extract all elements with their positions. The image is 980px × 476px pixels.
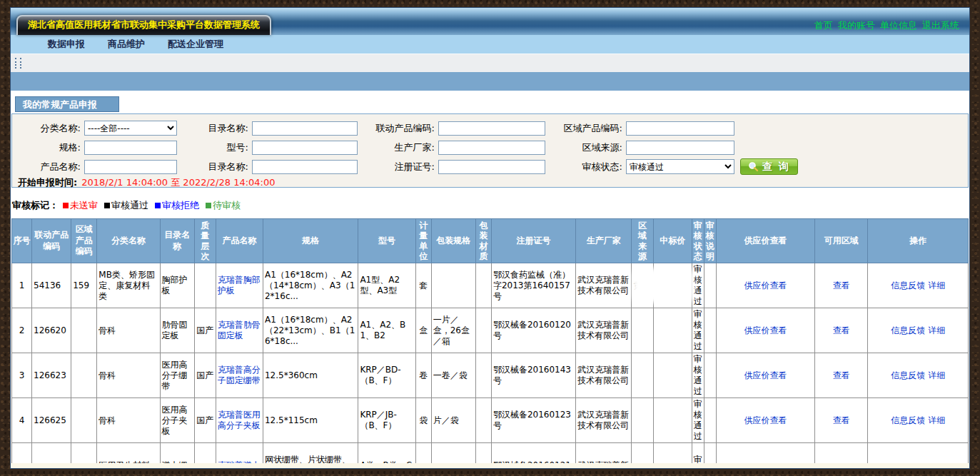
- cell-audit_status: 审核通过: [692, 308, 704, 353]
- page-background: 湖北省高值医用耗材省市联动集中采购平台数据管理系统 首页我的账号单位信息退出系统…: [0, 0, 980, 476]
- filter-input[interactable]: [252, 160, 358, 174]
- cell-link_code: 126620: [32, 308, 71, 353]
- link-supply_price[interactable]: 供应价查看: [744, 415, 787, 425]
- col-header-quality: 质量层次: [194, 219, 216, 263]
- top-link-0[interactable]: 首页: [814, 20, 833, 31]
- col-header-seq: 序号: [12, 219, 32, 263]
- cell-spec: A1（16*18cm）、A2（22*13cm）、B1（16*18c...: [263, 308, 358, 353]
- op-link-0[interactable]: 信息反馈: [891, 415, 925, 425]
- link-product[interactable]: 克瑞普胸部护板: [218, 275, 261, 295]
- toolbar-strip: [11, 54, 969, 72]
- cell-seq: 1: [12, 263, 32, 308]
- cell-quality: [194, 263, 216, 308]
- cell-available_region: 查看: [815, 263, 868, 308]
- op-link-1[interactable]: 详细: [928, 280, 945, 290]
- op-link-1[interactable]: 详细: [928, 415, 945, 425]
- cell-model: KRP／BD-（B、F）: [358, 353, 415, 398]
- col-header-available_region: 可用区域: [815, 219, 868, 263]
- filter-label: 规格:: [12, 141, 84, 154]
- filter-input[interactable]: [626, 121, 734, 136]
- collapse-grip-icon[interactable]: [15, 58, 21, 69]
- cell-pack_material: [475, 263, 491, 308]
- op-link-1[interactable]: 详细: [928, 325, 945, 335]
- legend-square-icon: [206, 203, 211, 208]
- filter-label: 目录名称:: [177, 122, 252, 135]
- filter-row-1: 规格:型号:生产厂家:区域来源:: [12, 138, 968, 157]
- link-available_region[interactable]: 查看: [833, 370, 850, 380]
- legend-item-text: 未送审: [70, 199, 98, 212]
- filter-input[interactable]: [438, 160, 545, 174]
- filter-input[interactable]: [252, 121, 358, 136]
- menu-item-0[interactable]: 数据申报: [48, 38, 85, 51]
- op-link-0[interactable]: 信息反馈: [891, 370, 925, 380]
- col-header-audit_status: 审核状态: [692, 219, 704, 263]
- filter-row-2: 产品名称:目录名称:注册证号:审核状态:审核通过查 询: [12, 157, 968, 176]
- link-product[interactable]: 克瑞普高分子固定绷带: [218, 365, 261, 385]
- link-product[interactable]: 克瑞普肋骨固定板: [218, 320, 261, 340]
- link-supply_price[interactable]: 供应价查看: [744, 280, 787, 290]
- cell-operation: 信息反馈 详细: [868, 263, 969, 308]
- filter-input[interactable]: [438, 141, 545, 155]
- cell-supply_price: 供应价查看: [716, 263, 814, 308]
- cell-category: 骨科: [97, 398, 160, 443]
- search-button[interactable]: 查 询: [740, 158, 798, 175]
- top-link-3[interactable]: 退出系统: [922, 20, 959, 31]
- audit-legend-label: 审核标记：: [12, 199, 59, 212]
- col-header-manufacturer: 生产厂家: [576, 219, 632, 263]
- cell-region_source: [632, 398, 653, 443]
- op-link-0[interactable]: 信息反馈: [891, 325, 925, 335]
- cell-unit: 盒: [415, 308, 431, 353]
- cell-pack_material: [475, 398, 491, 443]
- cell-model: A1型、A2型、A3型: [358, 263, 415, 308]
- cell-manufacturer: 武汉克瑞普新技术有限公司: [576, 353, 632, 398]
- cell-available_region: 查看: [815, 398, 868, 443]
- cell-region_source: [632, 353, 653, 398]
- filter-input[interactable]: [626, 141, 734, 155]
- link-available_region[interactable]: 查看: [833, 280, 850, 290]
- menu-item-1[interactable]: 商品维护: [108, 38, 145, 51]
- cell-link_code: 126625: [32, 398, 71, 443]
- op-link-1[interactable]: 详细: [928, 370, 945, 380]
- link-supply_price[interactable]: 供应价查看: [744, 370, 787, 380]
- filter-select[interactable]: 审核通过: [626, 159, 734, 174]
- cell-product: 克瑞普肋骨固定板: [216, 308, 263, 353]
- filter-input[interactable]: [438, 121, 545, 136]
- cell-pack_material: [475, 308, 491, 353]
- cell-region_code: 159: [71, 263, 97, 308]
- cell-supply_price: 供应价查看: [716, 308, 814, 353]
- cell-operation: 信息反馈 详细: [868, 308, 969, 353]
- bottom-strip: [11, 463, 969, 468]
- cell-pack_spec: 一片／盒，26盒／箱: [431, 308, 475, 353]
- cell-model: KRP／JB-（B、F）: [358, 398, 415, 443]
- cell-pack_material: [475, 353, 491, 398]
- cell-bid_price: [653, 353, 692, 398]
- filter-select[interactable]: ----全部----: [84, 121, 177, 136]
- top-link-1[interactable]: 我的账号: [838, 20, 875, 31]
- link-available_region[interactable]: 查看: [833, 325, 850, 335]
- filter-input[interactable]: [252, 141, 358, 155]
- link-available_region[interactable]: 查看: [833, 415, 850, 425]
- op-link-0[interactable]: 信息反馈: [891, 280, 925, 290]
- cell-seq: 2: [12, 308, 32, 353]
- filter-label: 区域来源:: [545, 141, 626, 154]
- filter-panel: 分类名称:----全部----目录名称:联动产品编码:区域产品编码:规格:型号:…: [11, 113, 969, 188]
- cell-audit_note: [704, 398, 716, 443]
- cell-region_source: 黄石: [632, 263, 653, 308]
- section-tab[interactable]: 我的常规产品申报: [15, 96, 119, 112]
- cell-manufacturer: 武汉克瑞普新技术有限公司: [576, 263, 632, 308]
- app-window: 湖北省高值医用耗材省市联动集中采购平台数据管理系统 首页我的账号单位信息退出系统…: [10, 7, 970, 469]
- filter-input[interactable]: [84, 160, 177, 174]
- link-product[interactable]: 克瑞普医用高分子夹板: [218, 410, 261, 430]
- cell-available_region: 查看: [815, 353, 868, 398]
- legend-square-icon: [155, 203, 161, 208]
- menu-item-2[interactable]: 配送企业管理: [168, 38, 223, 51]
- link-supply_price[interactable]: 供应价查看: [744, 325, 787, 335]
- cell-audit_status: 审核通过: [692, 263, 704, 308]
- cell-category: 骨科: [97, 353, 160, 398]
- top-link-2[interactable]: 单位信息: [880, 20, 917, 31]
- table-row: 4126625骨科医用高分子夹板国产克瑞普医用高分子夹板12.5*115cmKR…: [12, 398, 969, 443]
- cell-bid_price: [653, 398, 692, 443]
- filter-input[interactable]: [84, 141, 177, 155]
- cell-unit: 卷: [415, 353, 431, 398]
- cell-catalog: 胸部护板: [160, 263, 194, 308]
